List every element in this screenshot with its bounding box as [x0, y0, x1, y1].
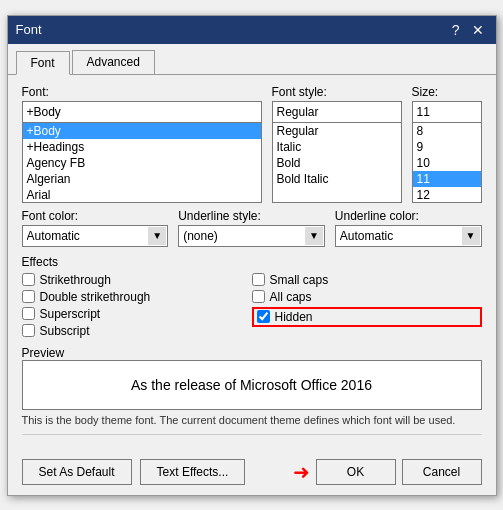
font-field-group: Font: +Body +Headings Agency FB Algerian…	[22, 85, 262, 203]
double-strikethrough-item: Double strikethrough	[22, 290, 252, 304]
underline-style-label: Underline style:	[178, 209, 325, 223]
list-item[interactable]: 9	[413, 139, 481, 155]
ok-cancel-group: ➜ OK Cancel	[293, 459, 482, 485]
red-arrow-icon: ➜	[293, 462, 310, 482]
double-strikethrough-checkbox[interactable]	[22, 290, 35, 303]
buttons-row: Set As Default Text Effects... ➜ OK Canc…	[8, 453, 496, 495]
list-item[interactable]: 11	[413, 171, 481, 187]
underline-color-label: Underline color:	[335, 209, 482, 223]
subscript-checkbox[interactable]	[22, 324, 35, 337]
list-item[interactable]: 12	[413, 187, 481, 202]
list-item[interactable]: Arial	[23, 187, 261, 202]
title-bar: Font ? ✕	[8, 16, 496, 44]
subscript-item: Subscript	[22, 324, 252, 338]
underline-style-group: Underline style: (none) ▼	[178, 209, 325, 247]
help-button[interactable]: ?	[448, 22, 464, 38]
font-style-label: Font style:	[272, 85, 402, 99]
dialog-title: Font	[16, 22, 42, 37]
separator	[22, 434, 482, 435]
preview-text: As the release of Microsoft Office 2016	[131, 377, 372, 393]
list-item[interactable]: 8	[413, 123, 481, 139]
list-item[interactable]: +Headings	[23, 139, 261, 155]
effects-section: Effects Strikethrough Double strikethrou…	[22, 255, 482, 338]
all-caps-label: All caps	[270, 290, 312, 304]
underline-style-select[interactable]: (none)	[178, 225, 325, 247]
font-list-items[interactable]: +Body +Headings Agency FB Algerian Arial	[23, 123, 261, 202]
list-item[interactable]: Regular	[273, 123, 401, 139]
strikethrough-checkbox[interactable]	[22, 273, 35, 286]
font-color-label: Font color:	[22, 209, 169, 223]
list-item[interactable]: 10	[413, 155, 481, 171]
all-caps-item: All caps	[252, 290, 482, 304]
tab-advanced[interactable]: Advanced	[72, 50, 155, 74]
superscript-label: Superscript	[40, 307, 101, 321]
list-item[interactable]: Agency FB	[23, 155, 261, 171]
font-style-field-group: Font style: Regular Italic Bold Bold Ita…	[272, 85, 402, 203]
hidden-checkbox[interactable]	[257, 310, 270, 323]
font-dialog: Font ? ✕ Font Advanced Font: +Body +Head…	[7, 15, 497, 496]
list-item[interactable]: Bold Italic	[273, 171, 401, 187]
set-as-default-button[interactable]: Set As Default	[22, 459, 132, 485]
size-field-group: Size: 8 9 10 11 12	[412, 85, 482, 203]
underline-style-select-wrap: (none) ▼	[178, 225, 325, 247]
cancel-button[interactable]: Cancel	[402, 459, 482, 485]
underline-row: Font color: Automatic ▼ Underline style:…	[22, 209, 482, 247]
small-caps-checkbox[interactable]	[252, 273, 265, 286]
font-list[interactable]: +Body +Headings Agency FB Algerian Arial	[22, 123, 262, 203]
tab-font[interactable]: Font	[16, 51, 70, 75]
font-style-list-items[interactable]: Regular Italic Bold Bold Italic	[273, 123, 401, 202]
small-caps-item: Small caps	[252, 273, 482, 287]
hidden-item: Hidden	[252, 307, 482, 327]
size-list[interactable]: 8 9 10 11 12	[412, 123, 482, 203]
preview-label: Preview	[22, 346, 65, 360]
underline-color-group: Underline color: Automatic ▼	[335, 209, 482, 247]
subscript-label: Subscript	[40, 324, 90, 338]
size-input[interactable]	[412, 101, 482, 123]
list-item[interactable]: Bold	[273, 155, 401, 171]
font-style-list[interactable]: Regular Italic Bold Bold Italic	[272, 123, 402, 203]
font-color-select-wrap: Automatic ▼	[22, 225, 169, 247]
effects-label: Effects	[22, 255, 482, 269]
preview-note: This is the body theme font. The current…	[22, 414, 482, 426]
superscript-item: Superscript	[22, 307, 252, 321]
underline-color-select[interactable]: Automatic	[335, 225, 482, 247]
list-item[interactable]: Algerian	[23, 171, 261, 187]
strikethrough-label: Strikethrough	[40, 273, 111, 287]
hidden-label: Hidden	[275, 310, 313, 324]
ok-button[interactable]: OK	[316, 459, 396, 485]
tab-bar: Font Advanced	[8, 44, 496, 75]
dialog-content: Font: +Body +Headings Agency FB Algerian…	[8, 75, 496, 453]
effects-left-col: Strikethrough Double strikethrough Super…	[22, 273, 252, 338]
list-item[interactable]: +Body	[23, 123, 261, 139]
font-style-input[interactable]	[272, 101, 402, 123]
effects-grid: Strikethrough Double strikethrough Super…	[22, 273, 482, 338]
font-style-size-row: Font: +Body +Headings Agency FB Algerian…	[22, 85, 482, 203]
font-color-group: Font color: Automatic ▼	[22, 209, 169, 247]
font-color-select[interactable]: Automatic	[22, 225, 169, 247]
close-button[interactable]: ✕	[468, 22, 488, 38]
superscript-checkbox[interactable]	[22, 307, 35, 320]
preview-section: Preview As the release of Microsoft Offi…	[22, 346, 482, 426]
small-caps-label: Small caps	[270, 273, 329, 287]
font-label: Font:	[22, 85, 262, 99]
font-input[interactable]	[22, 101, 262, 123]
size-label: Size:	[412, 85, 482, 99]
list-item[interactable]: Italic	[273, 139, 401, 155]
underline-color-select-wrap: Automatic ▼	[335, 225, 482, 247]
text-effects-button[interactable]: Text Effects...	[140, 459, 246, 485]
all-caps-checkbox[interactable]	[252, 290, 265, 303]
size-list-items[interactable]: 8 9 10 11 12	[413, 123, 481, 202]
preview-box: As the release of Microsoft Office 2016	[22, 360, 482, 410]
title-bar-controls: ? ✕	[448, 22, 488, 38]
double-strikethrough-label: Double strikethrough	[40, 290, 151, 304]
effects-right-col: Small caps All caps Hidden	[252, 273, 482, 338]
strikethrough-item: Strikethrough	[22, 273, 252, 287]
